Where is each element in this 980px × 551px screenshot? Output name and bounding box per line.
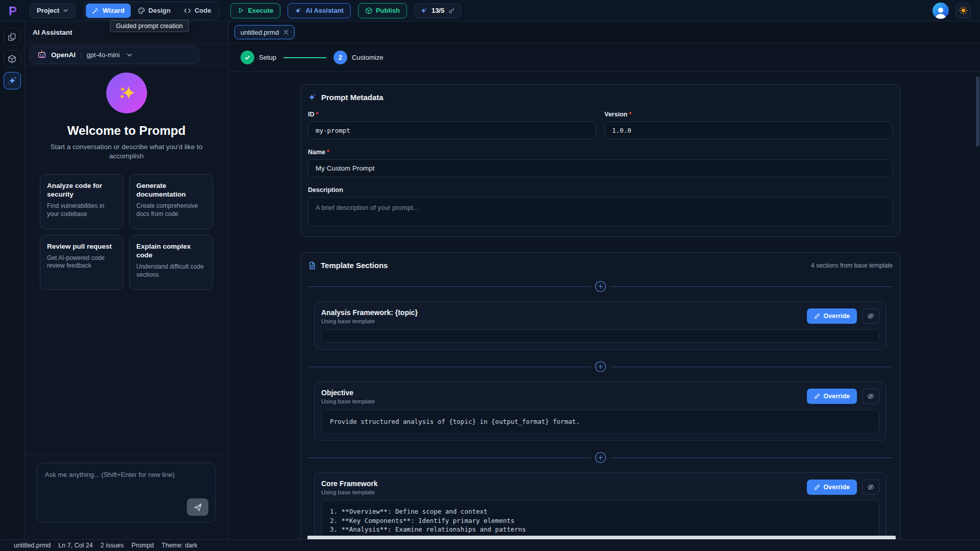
- package-icon: [365, 7, 372, 14]
- project-menu-button[interactable]: Project: [30, 3, 76, 18]
- suggestion-card-review[interactable]: Review pull request Get AI-powered code …: [40, 235, 124, 290]
- send-plane-icon: [194, 503, 202, 512]
- close-icon[interactable]: [283, 30, 289, 35]
- prompd-logo: P: [6, 3, 21, 18]
- assistant-panel-title: AI Assistant: [33, 29, 73, 36]
- chat-input[interactable]: [37, 463, 215, 499]
- section-card-core-framework: Core Framework Using base template Overr…: [314, 472, 887, 539]
- suggestion-card-analyze[interactable]: Analyze code for security Find vulnerabi…: [40, 174, 124, 229]
- suggestion-description: Create comprehensive docs from code: [136, 202, 206, 218]
- sparkles-icon: [295, 7, 302, 14]
- step-number: 2: [339, 54, 342, 61]
- version-input[interactable]: [605, 122, 893, 139]
- key-icon: [448, 7, 455, 14]
- name-input[interactable]: [308, 159, 893, 177]
- suggestion-card-docs[interactable]: Generate documentation Create comprehens…: [129, 174, 213, 229]
- description-field-group: Description: [308, 186, 893, 228]
- send-button[interactable]: [187, 498, 208, 516]
- hide-section-button[interactable]: [862, 480, 879, 495]
- version-field-group: Version*: [605, 111, 893, 139]
- code-mode-button[interactable]: Code: [178, 4, 218, 18]
- step-customize-circle[interactable]: 2: [333, 51, 347, 64]
- template-sections-title: Template Sections: [321, 261, 388, 270]
- model-separator: |: [80, 51, 82, 59]
- play-icon: [237, 7, 244, 14]
- status-issues[interactable]: 2 issues: [101, 542, 124, 549]
- eye-off-icon: [867, 393, 874, 400]
- sun-icon: [959, 6, 968, 15]
- sections-count-note: 4 sections from base template: [811, 262, 893, 269]
- suggestion-title: Review pull request: [47, 242, 116, 251]
- suggestion-card-explain[interactable]: Explain complex code Understand difficul…: [129, 235, 213, 290]
- section-subtitle: Using base template: [321, 318, 418, 324]
- ai-assistant-panel: AI Assistant OpenAI | gpt-4o-mini Welcom…: [25, 21, 229, 539]
- template-sections-header: Template Sections 4 sections from base t…: [308, 261, 893, 270]
- section-card-analysis-framework: Analysis Framework: {topic} Using base t…: [314, 301, 887, 350]
- chevron-down-icon: [63, 8, 68, 13]
- tab-untitled[interactable]: untitled.prmd: [234, 25, 295, 39]
- usage-counter[interactable]: 13/5: [414, 3, 461, 18]
- hide-section-button[interactable]: [862, 389, 879, 404]
- packages-rail-button[interactable]: [4, 50, 21, 67]
- publish-button[interactable]: Publish: [358, 3, 407, 18]
- override-button[interactable]: Override: [807, 308, 857, 324]
- prompt-metadata-card: Prompt Metadata ID* Version*: [300, 84, 900, 237]
- welcome-block: Welcome to Prompd Start a conversation o…: [25, 73, 228, 161]
- status-app-name: Prompd: [132, 542, 154, 549]
- suggestion-grid: Analyze code for security Find vulnerabi…: [40, 174, 213, 290]
- top-toolbar: P Project Wizard Design Code: [0, 0, 980, 21]
- section-content[interactable]: [321, 329, 879, 343]
- hide-section-button[interactable]: [862, 308, 879, 324]
- pencil-icon: [814, 484, 820, 490]
- wizard-mode-button[interactable]: Wizard: [86, 4, 131, 18]
- section-heading: Analysis Framework: {topic} Using base t…: [321, 308, 418, 324]
- palette-icon: [138, 7, 145, 14]
- files-rail-button[interactable]: [4, 28, 21, 45]
- override-button[interactable]: Override: [807, 480, 857, 495]
- section-content[interactable]: 1. **Overview**: Define scope and contex…: [321, 500, 879, 539]
- add-section-button[interactable]: [595, 452, 606, 463]
- counter-value: 13/5: [432, 7, 444, 14]
- clipped-editor-strip: [307, 536, 896, 539]
- ai-assistant-button[interactable]: AI Assistant: [288, 3, 351, 18]
- section-title: Objective: [321, 389, 375, 397]
- step-setup-label: Setup: [259, 54, 276, 61]
- override-button[interactable]: Override: [807, 389, 857, 404]
- model-bar: OpenAI | gpt-4o-mini: [25, 44, 228, 65]
- add-section-button[interactable]: [595, 361, 606, 372]
- template-sections-card: Template Sections 4 sections from base t…: [300, 252, 900, 539]
- assistant-rail-button[interactable]: [4, 72, 21, 89]
- id-field-group: ID*: [308, 111, 596, 139]
- step-customize-label: Customize: [352, 54, 383, 61]
- chat-input-block: [25, 454, 228, 539]
- workspace: AI Assistant OpenAI | gpt-4o-mini Welcom…: [0, 21, 980, 539]
- suggestion-title: Explain complex code: [136, 242, 206, 260]
- section-content[interactable]: Provide structured analysis of {topic} i…: [321, 410, 879, 434]
- theme-toggle-button[interactable]: [955, 3, 971, 18]
- section-card-objective: Objective Using base template Override: [314, 381, 887, 441]
- name-label: Name*: [308, 149, 893, 156]
- ai-assistant-label: AI Assistant: [305, 7, 344, 14]
- eye-off-icon: [867, 484, 874, 491]
- scrollbar-thumb[interactable]: [976, 77, 979, 147]
- execute-button[interactable]: Execute: [230, 3, 280, 18]
- id-label: ID*: [308, 111, 596, 118]
- sparkles-icon: [8, 76, 17, 85]
- tab-bar: untitled.prmd: [229, 21, 980, 43]
- wizard-content-column: Prompt Metadata ID* Version*: [300, 84, 900, 539]
- model-selector[interactable]: OpenAI | gpt-4o-mini: [30, 45, 199, 64]
- editor-scroll-area[interactable]: Prompt Metadata ID* Version*: [229, 72, 980, 539]
- execute-label: Execute: [248, 7, 273, 14]
- id-input[interactable]: [308, 122, 596, 139]
- add-section-divider: [308, 361, 893, 372]
- add-section-button[interactable]: [595, 281, 606, 292]
- welcome-subtitle: Start a conversation or describe what yo…: [47, 142, 206, 161]
- vertical-scrollbar[interactable]: [976, 65, 979, 539]
- user-avatar[interactable]: [933, 3, 949, 19]
- step-setup-circle[interactable]: [241, 51, 254, 64]
- description-input[interactable]: [308, 197, 893, 226]
- design-mode-button[interactable]: Design: [132, 4, 177, 18]
- required-asterisk: *: [629, 111, 632, 118]
- section-subtitle: Using base template: [321, 489, 377, 495]
- left-icon-rail: [0, 21, 25, 539]
